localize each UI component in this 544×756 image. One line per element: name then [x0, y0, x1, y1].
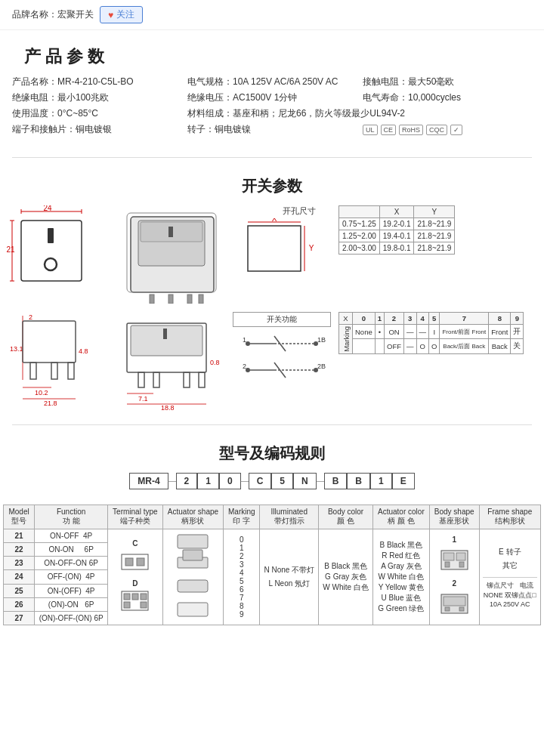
code-c: C	[249, 473, 272, 489]
body-shape-2-svg	[437, 591, 471, 617]
svg-rect-31	[68, 363, 74, 379]
sep2: —	[241, 476, 249, 486]
brand-label: 品牌名称：宏聚开关	[12, 8, 94, 21]
header-body-shape: Body shape基座形状	[429, 505, 479, 529]
terminal-c-svg	[118, 551, 152, 573]
compliant-cert: ✓	[450, 125, 462, 135]
code-1: 1	[197, 473, 219, 489]
svg-rect-78	[444, 553, 454, 560]
param-name: 产品名称：MR-4-210-C5L-BO	[12, 76, 181, 88]
svg-rect-29	[30, 363, 36, 379]
cert-area: UL CE RoHS CQC ✓	[363, 123, 532, 136]
header-frame-shape: Frame shape结构形状	[479, 505, 540, 529]
svg-rect-69	[141, 594, 147, 600]
header-function: Function功 能	[35, 505, 108, 529]
svg-text:7.1: 7.1	[138, 395, 148, 403]
param-ins-voltage: 绝缘电压：AC1500V 1分钟	[187, 91, 357, 104]
side-view-svg: 2 13.1 10.2 21.8 4.8	[6, 312, 104, 410]
top-bar: 品牌名称：宏聚开关 ♥ 关注	[0, 0, 544, 30]
param-temp: 使用温度：0°C~85°C	[12, 107, 181, 120]
terminal-d-svg	[118, 588, 152, 614]
svg-rect-64	[125, 558, 133, 566]
header-illuminated: Illuminated带灯指示	[260, 505, 319, 529]
svg-rect-74	[183, 550, 202, 560]
svg-rect-19	[199, 295, 203, 304]
heart-icon: ♥	[108, 10, 113, 20]
svg-text:2: 2	[243, 363, 246, 370]
header-actuator-shape: Actuator shape柄形状	[162, 505, 224, 529]
sep1: —	[168, 476, 176, 486]
code-mr4: MR-4	[129, 473, 168, 489]
svg-rect-9	[48, 228, 54, 243]
coding-title: 型号及编码规则	[0, 443, 544, 464]
hole-table: X Y 0.75~1.25 19.2-0.1 21.8~21.9 1.25~2.…	[338, 205, 455, 255]
svg-rect-67	[124, 594, 130, 600]
switch-params-title: 开关参数	[0, 176, 544, 196]
coding-table-container: Model型号 Function功 能 Terminal type端子种类 Ac…	[0, 505, 544, 625]
param-rotor: 转子：铜电镀镍	[187, 123, 251, 136]
param-rotor-row: 转子：铜电镀镍	[187, 123, 357, 136]
param-contact: 接触电阻：最大50毫欧	[363, 76, 532, 88]
svg-text:1: 1	[243, 336, 246, 344]
code-b2: B	[347, 473, 370, 489]
sep3: —	[317, 476, 324, 486]
follow-button[interactable]: ♥ 关注	[100, 6, 143, 23]
svg-text:2B: 2B	[317, 363, 326, 370]
code-n: N	[293, 473, 317, 489]
code-0: 0	[219, 473, 241, 489]
side-view-2: 7.1 18.8 0.8	[112, 312, 225, 412]
svg-rect-41	[153, 372, 159, 387]
svg-rect-79	[456, 553, 465, 560]
switch-section: 开关参数 24 21	[0, 164, 544, 418]
side-view-1: 2 13.1 10.2 21.8 4.8	[6, 312, 104, 412]
product-params-section: 产 品 参 数 产品名称：MR-4-210-C5L-BO 电气规格：10A 12…	[0, 30, 544, 151]
hole-row-1: 0.75~1.25 19.2-0.1 21.8~21.9	[339, 218, 455, 230]
ul-cert: UL	[363, 125, 378, 135]
follow-label: 关注	[116, 8, 134, 21]
cqc-cert: CQC	[426, 125, 447, 135]
hole-size-area: 开孔尺寸 X Y	[240, 205, 538, 281]
front-view: 24 21	[6, 205, 104, 306]
header-marking: Marking印 字	[224, 505, 260, 529]
svg-rect-42	[184, 372, 190, 387]
svg-point-10	[45, 258, 57, 270]
coding-section: 型号及编码规则 MR-4 — 2 1 0 — C 5 N — B B 1 E M…	[0, 431, 544, 631]
perspective-view	[112, 205, 233, 306]
code-2: 2	[176, 473, 198, 489]
param-material: 材料组成：基座和柄；尼龙66，防火等级最少UL94V-2	[187, 107, 532, 120]
svg-rect-83	[444, 597, 465, 606]
svg-rect-18	[187, 295, 192, 304]
svg-text:Y: Y	[309, 244, 314, 252]
svg-rect-72	[178, 535, 208, 548]
svg-text:21.8: 21.8	[44, 400, 57, 407]
rohs-cert: RoHS	[399, 125, 423, 135]
param-insulation: 绝缘电阻：最小100兆欧	[12, 91, 181, 104]
param-life: 电气寿命：10,000cycles	[363, 91, 532, 104]
svg-text:18.8: 18.8	[161, 404, 175, 410]
marking-table-area: X 0 1 2 3 4 5 7 8 9 Marking None •	[338, 312, 538, 354]
svg-rect-85	[459, 607, 464, 611]
svg-text:2: 2	[29, 313, 32, 321]
svg-rect-81	[459, 562, 464, 567]
side-view2-svg: 7.1 18.8 0.8	[112, 312, 225, 410]
svg-text:10.2: 10.2	[35, 389, 48, 397]
xy-diagram: 开孔尺寸 X Y	[240, 205, 316, 281]
svg-text:X: X	[272, 218, 277, 223]
param-terminal: 端子和接触片：铜电镀银	[12, 123, 181, 136]
code-5: 5	[271, 473, 293, 489]
marking-row-1: Marking None • ON — — I Front/前面 Front F…	[339, 325, 524, 339]
svg-rect-16	[150, 295, 154, 304]
svg-rect-68	[132, 594, 138, 600]
header-actuator-color: Actuator color柄 颜 色	[372, 505, 429, 529]
drawing-row-2: 2 13.1 10.2 21.8 4.8	[6, 312, 538, 412]
function-diagram: 开关功能 1 1B 2 2B	[233, 312, 331, 391]
svg-rect-76	[178, 603, 208, 616]
svg-rect-75	[178, 580, 208, 592]
param-electrical: 电气规格：10A 125V AC/6A 250V AC	[187, 76, 357, 88]
svg-rect-20	[248, 226, 301, 271]
svg-text:4.8: 4.8	[79, 347, 88, 355]
svg-rect-43	[199, 372, 205, 387]
divider-1	[12, 157, 532, 158]
marking-row-2: OFF — O O Back/后面 Back Back 关	[339, 339, 524, 353]
table-row-1: 21 ON-OFF 4P C D	[4, 529, 541, 543]
